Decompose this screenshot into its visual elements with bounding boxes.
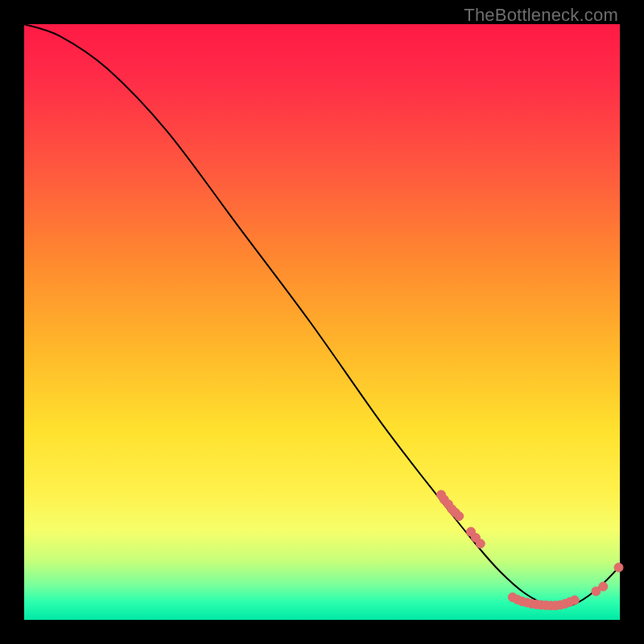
data-point (455, 512, 464, 521)
chart-plot-area (24, 24, 620, 620)
data-point (570, 596, 579, 605)
bottleneck-curve (24, 24, 620, 607)
data-point (599, 582, 608, 591)
data-point (476, 539, 485, 548)
data-point (614, 563, 623, 572)
scatter-points-group (437, 490, 624, 610)
watermark-text: TheBottleneck.com (464, 5, 618, 26)
chart-svg (24, 24, 620, 620)
